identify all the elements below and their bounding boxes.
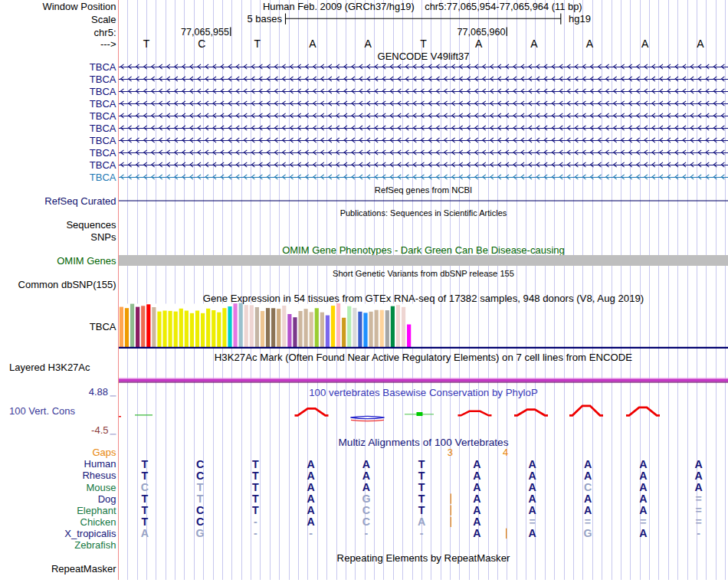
- svg-text:-: -: [309, 527, 313, 539]
- svg-text:A: A: [641, 38, 649, 50]
- svg-text:chr5:: chr5:: [94, 27, 116, 38]
- svg-text:C: C: [198, 38, 205, 50]
- svg-text:A: A: [307, 493, 315, 505]
- svg-text:TBCA: TBCA: [90, 74, 116, 85]
- svg-text:100 vertebrates Basewise Conse: 100 vertebrates Basewise Conservation by…: [309, 387, 538, 398]
- svg-text:A: A: [362, 470, 370, 482]
- svg-text:100 Vert. Cons: 100 Vert. Cons: [9, 405, 75, 417]
- svg-text:Multiz Alignments of 100 Verte: Multiz Alignments of 100 Vertebrates: [338, 437, 508, 448]
- svg-text:chr5:77,065,954-77,065,964 (11: chr5:77,065,954-77,065,964 (11 bp): [425, 1, 582, 12]
- svg-text:A: A: [418, 516, 425, 528]
- svg-text:G: G: [196, 527, 205, 539]
- svg-text:=: =: [640, 516, 646, 528]
- svg-text:T: T: [420, 38, 427, 50]
- svg-text:T: T: [418, 481, 425, 493]
- svg-text:Elephant: Elephant: [77, 505, 116, 516]
- svg-text:T: T: [142, 516, 149, 528]
- svg-text:A: A: [365, 38, 372, 50]
- svg-text:A: A: [473, 470, 480, 482]
- svg-text:=: =: [695, 504, 701, 516]
- svg-text:A: A: [639, 458, 647, 470]
- svg-text:A: A: [473, 481, 480, 493]
- svg-text:A: A: [639, 470, 647, 482]
- svg-text:A: A: [473, 516, 480, 528]
- svg-text:Short Genetic Variants from db: Short Genetic Variants from dbSNP releas…: [333, 269, 514, 278]
- svg-text:RepeatMasker: RepeatMasker: [51, 563, 116, 575]
- svg-text:A: A: [529, 504, 536, 516]
- svg-text:A: A: [639, 504, 647, 516]
- svg-text:A: A: [584, 470, 592, 482]
- svg-text:-: -: [365, 527, 369, 539]
- svg-text:A: A: [584, 493, 592, 505]
- svg-text:A: A: [529, 493, 536, 505]
- svg-text:TBCA: TBCA: [90, 135, 116, 146]
- svg-text:C: C: [362, 504, 370, 516]
- svg-text:A: A: [307, 516, 315, 528]
- svg-text:Scale: Scale: [91, 14, 116, 25]
- svg-text:TBCA: TBCA: [90, 321, 116, 332]
- svg-text:A: A: [530, 38, 538, 50]
- svg-text:A: A: [473, 458, 480, 470]
- svg-text:A: A: [694, 458, 702, 470]
- svg-text:C: C: [196, 516, 204, 528]
- svg-text:H3K27Ac Mark (Often Found Near: H3K27Ac Mark (Often Found Near Active Re…: [215, 352, 633, 363]
- svg-text:T: T: [197, 481, 204, 493]
- svg-text:3: 3: [448, 447, 453, 458]
- svg-text:--->: --->: [100, 38, 116, 50]
- svg-text:A: A: [697, 38, 704, 50]
- svg-text:Mouse: Mouse: [86, 482, 116, 493]
- svg-text:TBCA: TBCA: [90, 110, 116, 122]
- svg-text:C: C: [196, 504, 204, 516]
- svg-text:A: A: [639, 481, 647, 493]
- svg-text:Zebrafish: Zebrafish: [74, 539, 116, 551]
- svg-text:Repeating Elements by RepeatMa: Repeating Elements by RepeatMasker: [337, 552, 510, 564]
- svg-text:=: =: [695, 516, 701, 528]
- svg-text:T: T: [252, 504, 259, 516]
- svg-text:Human Feb. 2009 (GRCh37/hg19): Human Feb. 2009 (GRCh37/hg19): [263, 1, 415, 12]
- svg-text:Sequences: Sequences: [66, 219, 116, 231]
- svg-text:A: A: [307, 504, 315, 516]
- svg-text:T: T: [252, 481, 259, 493]
- svg-text:A: A: [309, 38, 316, 50]
- svg-text:OMIM Gene Phenotypes - Dark Gr: OMIM Gene Phenotypes - Dark Green Can Be…: [282, 244, 565, 256]
- svg-text:T: T: [418, 458, 425, 470]
- svg-text:SNPs: SNPs: [90, 231, 116, 243]
- svg-text:TBCA: TBCA: [90, 61, 116, 73]
- svg-text:A: A: [639, 527, 647, 539]
- svg-text:Common dbSNP(155): Common dbSNP(155): [18, 279, 116, 290]
- svg-text:T: T: [252, 470, 259, 482]
- svg-text:A: A: [694, 470, 702, 482]
- svg-text:T: T: [418, 493, 425, 505]
- svg-text:=: =: [585, 516, 591, 528]
- svg-text:TBCA: TBCA: [90, 172, 116, 183]
- svg-text:-: -: [697, 527, 700, 539]
- svg-text:A: A: [529, 470, 536, 482]
- svg-text:Window Position: Window Position: [42, 1, 116, 12]
- svg-text:=: =: [695, 493, 701, 505]
- svg-text:A: A: [473, 504, 480, 516]
- svg-text:Gene Expression in 54 tissues: Gene Expression in 54 tissues from GTEx …: [203, 293, 644, 304]
- svg-text:=: =: [530, 516, 536, 528]
- svg-text:C: C: [141, 481, 149, 493]
- svg-text:77,065,955: 77,065,955: [181, 27, 229, 38]
- svg-text:A: A: [307, 470, 315, 482]
- svg-text:X_tropicalis: X_tropicalis: [64, 528, 116, 539]
- svg-text:C: C: [196, 458, 204, 470]
- svg-text:T: T: [252, 458, 259, 470]
- svg-text:A: A: [473, 527, 480, 539]
- svg-text:hg19: hg19: [569, 13, 591, 25]
- svg-text:-4.5: -4.5: [91, 424, 108, 436]
- svg-text:A: A: [141, 527, 149, 539]
- svg-text:RefSeq genes from NCBI: RefSeq genes from NCBI: [375, 185, 472, 195]
- svg-text:A: A: [362, 458, 370, 470]
- svg-text:A: A: [475, 38, 483, 50]
- svg-text:A: A: [586, 38, 594, 50]
- svg-text:A: A: [307, 458, 315, 470]
- svg-text:T: T: [142, 470, 149, 482]
- svg-text:TBCA: TBCA: [90, 147, 116, 159]
- svg-text:G: G: [362, 493, 370, 505]
- svg-text:Rhesus: Rhesus: [82, 470, 116, 481]
- svg-text:-: -: [254, 527, 257, 539]
- svg-text:4.88: 4.88: [89, 386, 108, 398]
- svg-text:A: A: [529, 527, 536, 539]
